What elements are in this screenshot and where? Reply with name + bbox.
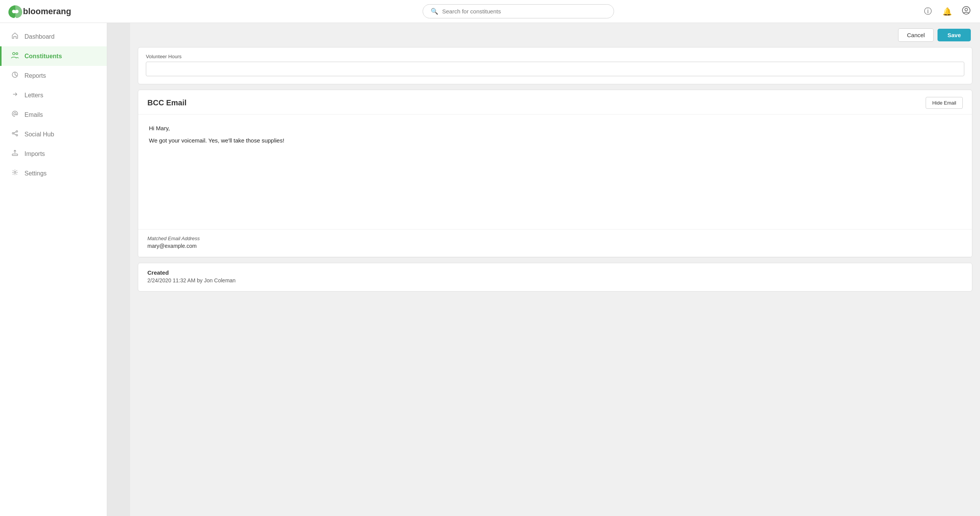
search-wrapper: 🔍 <box>115 4 922 18</box>
svg-point-7 <box>12 133 14 134</box>
help-icon: ⓘ <box>924 6 932 16</box>
nav-icons: ⓘ 🔔 <box>922 5 972 18</box>
house-icon <box>11 32 19 41</box>
created-card: Created 2/24/2020 11:32 AM by Jon Colema… <box>138 263 972 292</box>
matched-email-value: mary@example.com <box>147 243 963 249</box>
gear-icon <box>11 169 19 178</box>
notifications-button[interactable]: 🔔 <box>941 5 953 18</box>
sidebar-item-letters[interactable]: Letters <box>0 85 107 105</box>
bcc-header: BCC Email Hide Email <box>138 90 972 115</box>
sidebar-label-social-hub: Social Hub <box>24 131 54 138</box>
logo-icon <box>8 5 23 18</box>
volunteer-hours-input[interactable] <box>146 62 964 76</box>
svg-rect-9 <box>12 154 18 156</box>
bcc-body: Hi Mary, We got your voicemail. Yes, we'… <box>138 115 972 229</box>
grey-panel <box>107 23 130 516</box>
main-content: Cancel Save Volunteer Hours BCC Email Hi… <box>130 23 980 516</box>
bell-icon: 🔔 <box>942 7 952 16</box>
volunteer-hours-card: Volunteer Hours <box>138 47 972 84</box>
save-button[interactable]: Save <box>938 29 971 41</box>
upload-icon <box>11 149 19 158</box>
bcc-email-section: Matched Email Address mary@example.com <box>138 229 972 257</box>
content-area: Volunteer Hours BCC Email Hide Email Hi … <box>130 47 980 299</box>
sidebar: Dashboard Constituents Re <box>0 23 107 516</box>
body-layout: Dashboard Constituents Re <box>0 23 980 516</box>
action-bar: Cancel Save <box>130 23 980 47</box>
sidebar-label-settings: Settings <box>24 170 47 177</box>
at-icon <box>11 110 19 119</box>
created-value: 2/24/2020 11:32 AM by Jon Coleman <box>147 277 963 283</box>
sidebar-item-social-hub[interactable]: Social Hub <box>0 124 107 144</box>
svg-point-8 <box>16 134 18 136</box>
user-icon <box>962 6 970 16</box>
search-icon: 🔍 <box>431 8 438 15</box>
bcc-email-card: BCC Email Hide Email Hi Mary, We got you… <box>138 90 972 257</box>
svg-point-1 <box>965 8 968 11</box>
bcc-greeting: Hi Mary, <box>149 124 961 133</box>
sidebar-label-reports: Reports <box>24 72 46 79</box>
svg-point-3 <box>16 53 18 55</box>
sidebar-label-letters: Letters <box>24 92 43 99</box>
svg-point-6 <box>16 131 18 132</box>
chart-icon <box>11 71 19 80</box>
logo-area: bloomerang <box>8 5 115 18</box>
arrow-right-icon <box>11 91 19 100</box>
cancel-button[interactable]: Cancel <box>898 28 934 42</box>
search-bar[interactable]: 🔍 <box>423 4 614 18</box>
svg-point-5 <box>14 113 16 115</box>
share-icon <box>11 130 19 139</box>
volunteer-hours-label: Volunteer Hours <box>146 54 964 59</box>
sidebar-item-emails[interactable]: Emails <box>0 105 107 124</box>
bcc-body-text: We got your voicemail. Yes, we'll take t… <box>149 136 961 145</box>
svg-point-2 <box>13 52 15 55</box>
people-icon <box>11 52 19 61</box>
search-input[interactable] <box>442 8 606 15</box>
sidebar-label-constituents: Constituents <box>24 53 62 60</box>
user-account-button[interactable] <box>960 5 972 18</box>
hide-email-button[interactable]: Hide Email <box>926 97 963 109</box>
sidebar-item-settings[interactable]: Settings <box>0 164 107 183</box>
help-button[interactable]: ⓘ <box>922 5 934 18</box>
sidebar-item-reports[interactable]: Reports <box>0 66 107 85</box>
sidebar-item-constituents[interactable]: Constituents <box>0 46 107 66</box>
sidebar-item-dashboard[interactable]: Dashboard <box>0 27 107 46</box>
sidebar-item-imports[interactable]: Imports <box>0 144 107 164</box>
app-name: bloomerang <box>23 7 71 16</box>
top-nav: bloomerang 🔍 ⓘ 🔔 <box>0 0 980 23</box>
sidebar-label-imports: Imports <box>24 151 45 157</box>
sidebar-label-emails: Emails <box>24 111 43 118</box>
svg-point-10 <box>14 172 16 174</box>
bcc-title: BCC Email <box>147 98 186 107</box>
created-label: Created <box>147 269 963 276</box>
sidebar-label-dashboard: Dashboard <box>24 33 54 40</box>
matched-email-label: Matched Email Address <box>147 236 963 241</box>
